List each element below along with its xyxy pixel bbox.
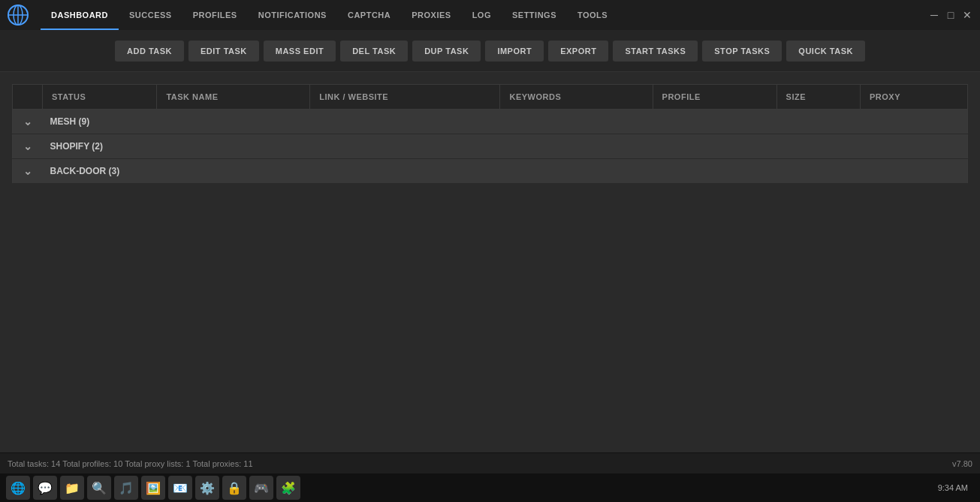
col-status: STATUS bbox=[43, 85, 157, 110]
nav-item-dashboard[interactable]: DASHBOARD bbox=[41, 0, 119, 30]
taskbar: 🌐 💬 📁 🔍 🎵 🖼️ 📧 ⚙️ 🔒 🎮 🧩 9:34 AM bbox=[0, 473, 980, 502]
status-text: Total tasks: 14 Total profiles: 10 Total… bbox=[8, 459, 253, 468]
taskbar-icon-5[interactable]: 🖼️ bbox=[141, 476, 165, 500]
taskbar-icon-8[interactable]: 🔒 bbox=[222, 476, 246, 500]
col-keywords: KEYWORDS bbox=[500, 85, 653, 110]
nav-item-settings[interactable]: SETTINGS bbox=[502, 0, 567, 30]
statusbar: Total tasks: 14 Total profiles: 10 Total… bbox=[0, 452, 980, 473]
titlebar: DASHBOARD SUCCESS PROFILES NOTIFICATIONS… bbox=[0, 0, 980, 30]
nav-item-log[interactable]: LOG bbox=[462, 0, 502, 30]
col-link-website: LINK / WEBSITE bbox=[310, 85, 500, 110]
group-row-backdoor[interactable]: ⌄ BACK-DOOR (3) bbox=[13, 159, 968, 184]
group-label-backdoor: BACK-DOOR (3) bbox=[43, 159, 968, 184]
maximize-button[interactable]: □ bbox=[945, 10, 956, 20]
group-label-mesh: MESH (9) bbox=[43, 110, 968, 134]
col-profile: PROFILE bbox=[653, 85, 776, 110]
group-row-mesh[interactable]: ⌄ MESH (9) bbox=[13, 110, 968, 134]
col-expand bbox=[13, 85, 43, 110]
col-proxy: PROXY bbox=[860, 85, 967, 110]
start-tasks-button[interactable]: START TASKS bbox=[613, 41, 698, 62]
nav-item-proxies[interactable]: PROXIES bbox=[401, 0, 461, 30]
app-logo bbox=[8, 5, 29, 26]
task-table: STATUS TASK NAME LINK / WEBSITE KEYWORDS… bbox=[12, 84, 968, 184]
nav-item-notifications[interactable]: NOTIFICATIONS bbox=[248, 0, 337, 30]
chevron-shopify[interactable]: ⌄ bbox=[13, 134, 43, 159]
taskbar-icon-6[interactable]: 📧 bbox=[168, 476, 192, 500]
col-task-name: TASK NAME bbox=[157, 85, 310, 110]
taskbar-icon-10[interactable]: 🧩 bbox=[276, 476, 300, 500]
taskbar-icon-4[interactable]: 🎵 bbox=[114, 476, 138, 500]
dup-task-button[interactable]: DUP TASK bbox=[412, 41, 481, 62]
nav-menu: DASHBOARD SUCCESS PROFILES NOTIFICATIONS… bbox=[41, 0, 929, 30]
table-header-row: STATUS TASK NAME LINK / WEBSITE KEYWORDS… bbox=[13, 85, 968, 110]
taskbar-icon-3[interactable]: 🔍 bbox=[87, 476, 111, 500]
mass-edit-button[interactable]: MASS EDIT bbox=[264, 41, 336, 62]
taskbar-time: 9:34 AM bbox=[938, 483, 974, 492]
taskbar-icon-2[interactable]: 📁 bbox=[60, 476, 84, 500]
taskbar-icon-0[interactable]: 🌐 bbox=[6, 476, 30, 500]
nav-item-success[interactable]: SUCCESS bbox=[119, 0, 182, 30]
col-size: SIZE bbox=[776, 85, 860, 110]
close-button[interactable]: ✕ bbox=[962, 10, 972, 20]
export-button[interactable]: EXPORT bbox=[548, 41, 608, 62]
window-controls: ─ □ ✕ bbox=[929, 10, 972, 20]
quick-task-button[interactable]: QUICK TASK bbox=[786, 41, 865, 62]
taskbar-icon-7[interactable]: ⚙️ bbox=[195, 476, 219, 500]
minimize-button[interactable]: ─ bbox=[929, 10, 939, 20]
chevron-backdoor[interactable]: ⌄ bbox=[13, 159, 43, 184]
group-label-shopify: SHOPIFY (2) bbox=[43, 134, 968, 159]
del-task-button[interactable]: DEL TASK bbox=[340, 41, 408, 62]
group-row-shopify[interactable]: ⌄ SHOPIFY (2) bbox=[13, 134, 968, 159]
chevron-mesh[interactable]: ⌄ bbox=[13, 110, 43, 134]
taskbar-icon-9[interactable]: 🎮 bbox=[249, 476, 273, 500]
table-container: STATUS TASK NAME LINK / WEBSITE KEYWORDS… bbox=[0, 72, 980, 452]
import-button[interactable]: IMPORT bbox=[485, 41, 544, 62]
version-text: v7.80 bbox=[952, 459, 972, 468]
nav-item-tools[interactable]: TOOLS bbox=[567, 0, 618, 30]
toolbar: ADD TASK EDIT TASK MASS EDIT DEL TASK DU… bbox=[0, 30, 980, 72]
edit-task-button[interactable]: EDIT TASK bbox=[188, 41, 259, 62]
taskbar-icon-1[interactable]: 💬 bbox=[33, 476, 57, 500]
add-task-button[interactable]: ADD TASK bbox=[115, 41, 184, 62]
nav-item-profiles[interactable]: PROFILES bbox=[182, 0, 248, 30]
stop-tasks-button[interactable]: STOP TASKS bbox=[702, 41, 782, 62]
nav-item-captcha[interactable]: CAPTCHA bbox=[337, 0, 401, 30]
